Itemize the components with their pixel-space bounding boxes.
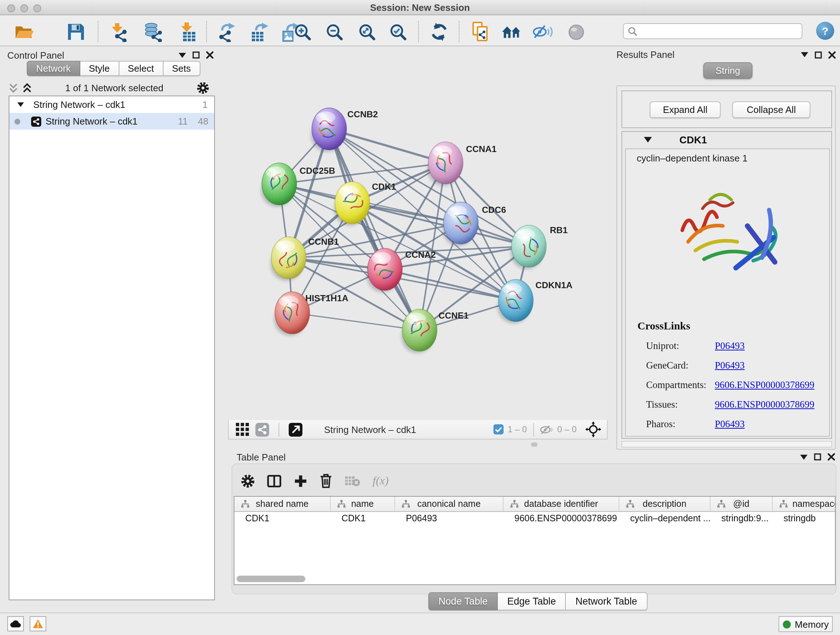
grid-view-icon[interactable]: [235, 422, 249, 437]
export-table-button[interactable]: [249, 22, 270, 42]
zoom-in-button[interactable]: [292, 22, 313, 42]
table-cell[interactable]: cyclin–dependent ...: [619, 512, 711, 525]
hidden-eye-slash-icon[interactable]: [540, 424, 554, 435]
column-header-database-identifier[interactable]: database identifier: [504, 497, 619, 511]
collapse-all-button[interactable]: Collapse All: [732, 101, 810, 118]
network-node-ccnb1[interactable]: [271, 237, 306, 280]
tab-edge-table[interactable]: Edge Table: [498, 592, 566, 610]
zoom-out-button[interactable]: [324, 22, 344, 42]
column-header-description[interactable]: description: [619, 497, 711, 511]
expand-all-tree-icon[interactable]: [22, 83, 32, 92]
collapse-all-tree-icon[interactable]: [9, 83, 18, 92]
tab-node-table[interactable]: Node Table: [428, 592, 498, 610]
warnings-button[interactable]: [30, 616, 46, 631]
column-header-shared-name[interactable]: shared name: [234, 497, 331, 511]
help-button[interactable]: ?: [816, 22, 834, 40]
detach-view-icon[interactable]: [289, 423, 302, 436]
results-scrollbar-track[interactable]: [622, 441, 832, 448]
gear-icon[interactable]: [197, 81, 209, 94]
network-node-ccna1[interactable]: [428, 142, 463, 186]
panel-maximize-icon[interactable]: [193, 51, 200, 59]
network-view-share-icon[interactable]: [256, 423, 269, 436]
table-row[interactable]: CDK1CDK1P064939606.ENSP00000378699cyclin…: [234, 512, 836, 525]
selected-checkbox-icon[interactable]: [493, 424, 503, 434]
export-network-button[interactable]: [217, 22, 237, 42]
add-column-icon[interactable]: [294, 474, 308, 488]
column-header-namespace[interactable]: namespace: [773, 497, 836, 511]
tree-expander-icon[interactable]: [17, 102, 24, 107]
string-home-button[interactable]: [501, 22, 522, 42]
apply-layout-button[interactable]: [429, 22, 449, 42]
table-cell[interactable]: P06493: [395, 512, 504, 525]
expand-all-button[interactable]: Expand All: [650, 101, 721, 118]
splitter-handle[interactable]: [531, 442, 538, 447]
import-network-from-database-button[interactable]: [143, 22, 164, 42]
table-horizontal-scrollbar[interactable]: [237, 576, 305, 582]
show-graphics-details-button[interactable]: [566, 22, 586, 42]
zoom-fit-button[interactable]: [357, 22, 377, 42]
crosslink-link[interactable]: P06493: [715, 418, 745, 430]
tab-network[interactable]: Network: [27, 61, 80, 76]
network-node-ccne1[interactable]: [401, 309, 437, 353]
import-network-button[interactable]: [109, 22, 129, 42]
table-cell[interactable]: stringdb: [773, 512, 836, 525]
panel-maximize-icon[interactable]: [814, 453, 821, 461]
tab-select[interactable]: Select: [119, 61, 163, 76]
table-cell[interactable]: CDK1: [234, 512, 331, 525]
panel-float-icon[interactable]: [800, 454, 807, 459]
window-titlebar: Session: New Session: [0, 0, 840, 15]
memory-button[interactable]: Memory: [778, 616, 833, 632]
delete-table-icon[interactable]: [344, 475, 360, 486]
network-node-cdc25b[interactable]: [261, 163, 297, 207]
network-node-cdkn1a[interactable]: [498, 279, 533, 323]
panel-float-icon[interactable]: [179, 52, 186, 57]
search-field[interactable]: [623, 23, 802, 39]
panel-close-icon[interactable]: [828, 453, 835, 461]
entry-expander-icon[interactable]: [644, 137, 652, 143]
network-collection-row[interactable]: String Network – cdk1 1: [9, 96, 214, 113]
cloud-button[interactable]: [7, 616, 24, 631]
network-node-hist1h1a[interactable]: [274, 292, 309, 336]
table-gear-icon[interactable]: [241, 474, 255, 488]
hide-graphics-details-button[interactable]: [532, 22, 553, 42]
tab-string[interactable]: String: [703, 62, 752, 79]
table-cell[interactable]: stringdb:9...: [711, 512, 773, 525]
trash-icon[interactable]: [320, 473, 332, 488]
table-cell[interactable]: 9606.ENSP00000378699: [504, 512, 619, 525]
protein-entry-header[interactable]: CDK1: [622, 132, 831, 148]
crosslink-link[interactable]: 9606.ENSP00000378699: [715, 379, 814, 391]
network-node-ccnb2[interactable]: [311, 108, 347, 152]
network-row[interactable]: String Network – cdk1 11 48: [9, 113, 214, 130]
column-header--id[interactable]: @id: [711, 497, 773, 511]
panel-float-icon[interactable]: [801, 52, 808, 57]
panel-maximize-icon[interactable]: [815, 51, 822, 58]
network-edge[interactable]: [329, 129, 446, 163]
table-cell[interactable]: CDK1: [331, 512, 395, 525]
network-edge[interactable]: [292, 313, 420, 330]
network-canvas[interactable]: CCNB2CCNA1CDC25BCDK1CDC6RB1CCNB1CCNA2CDK…: [228, 47, 608, 420]
window-title: Session: New Session: [0, 2, 840, 13]
tab-style[interactable]: Style: [80, 61, 119, 76]
import-table-button[interactable]: [177, 22, 197, 42]
column-header-name[interactable]: name: [331, 497, 395, 511]
save-session-button[interactable]: [66, 22, 86, 42]
zoom-selected-button[interactable]: [388, 22, 408, 42]
crosslink-link[interactable]: P06493: [715, 359, 745, 371]
hidden-count-badge: 0 – 0: [557, 424, 576, 434]
panel-close-icon[interactable]: [206, 51, 213, 59]
crosshair-icon[interactable]: [585, 421, 601, 437]
open-session-button[interactable]: [14, 22, 34, 42]
search-input[interactable]: [640, 26, 797, 36]
column-type-icon: [717, 500, 726, 508]
network-node-rb1[interactable]: [511, 225, 546, 269]
manage-columns-icon[interactable]: [267, 475, 281, 487]
table-panel-title: Table Panel: [237, 451, 286, 462]
column-header-canonical-name[interactable]: canonical name: [395, 497, 504, 511]
tab-network-table[interactable]: Network Table: [566, 592, 647, 610]
clone-network-button[interactable]: [470, 22, 491, 42]
tab-sets[interactable]: Sets: [163, 61, 200, 76]
panel-close-icon[interactable]: [829, 51, 836, 58]
crosslink-link[interactable]: P06493: [715, 340, 745, 352]
function-builder-icon[interactable]: f(x): [373, 474, 388, 487]
crosslink-link[interactable]: 9606.ENSP00000378699: [715, 399, 814, 410]
